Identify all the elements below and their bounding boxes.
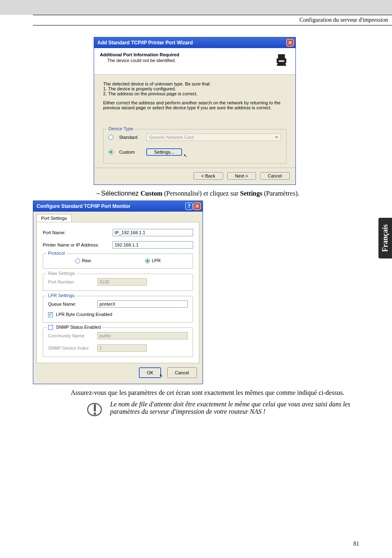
wizard-bullet-1: 1. The device is properly configured. (103, 86, 286, 91)
wizard-bullet-2: 2. The address on the previous page is c… (103, 91, 286, 96)
next-button[interactable]: Next > (227, 172, 256, 180)
chevron-down-icon (275, 136, 278, 138)
wizard-dialog: Add Standard TCP/IP Printer Port Wizard … (94, 37, 296, 185)
radio-standard-label: Standard (119, 135, 142, 140)
devicetype-legend: Device Type (107, 126, 135, 131)
raw-portnum-label: Port Number: (48, 279, 97, 284)
queue-label: Queue Name: (48, 302, 97, 307)
arrow-icon: →Sélectionnez (95, 190, 141, 197)
raw-portnum-input (97, 278, 147, 286)
tab-port-settings[interactable]: Port Settings (37, 214, 71, 222)
body-paragraph: Assurez-vous que les paramètres de cet é… (33, 389, 359, 397)
page-number: 81 (353, 541, 359, 547)
devicetype-value: Generic Network Card (149, 135, 194, 140)
port-monitor-dialog: Configure Standard TCP/IP Port Monitor ?… (33, 201, 203, 384)
wizard-body-intro: The detected device is of unknown type. … (103, 81, 286, 86)
cancel-button[interactable]: Cancel (167, 367, 197, 378)
queue-input[interactable] (97, 300, 188, 308)
wizard-body-tail: Either correct the address and perform a… (103, 100, 286, 110)
wizard-title: Add Standard TCP/IP Printer Port Wizard (97, 40, 193, 46)
snmp-legend: SNMP Status Enabled (46, 325, 102, 330)
printerip-input[interactable] (113, 241, 193, 249)
svg-rect-0 (279, 60, 284, 62)
close-icon[interactable]: ✕ (194, 203, 201, 210)
printer-icon (273, 52, 290, 69)
radio-custom[interactable] (108, 150, 113, 154)
svg-point-3 (94, 413, 96, 415)
lpr-legend: LPR Settings (46, 293, 76, 298)
wizard-subheading: The device could not be identified. (100, 58, 179, 63)
wizard-heading: Additional Port Information Required (100, 52, 179, 57)
help-icon[interactable]: ? (185, 203, 193, 210)
port-monitor-titlebar[interactable]: Configure Standard TCP/IP Port Monitor ?… (33, 201, 203, 212)
wizard-titlebar[interactable]: Add Standard TCP/IP Printer Port Wizard … (94, 37, 295, 48)
language-side-tab: Français (378, 218, 392, 258)
protocol-legend: Protocol (46, 251, 66, 256)
settings-button[interactable]: Settings... (146, 148, 182, 156)
cursor-icon: ↖ (159, 371, 163, 378)
svg-rect-2 (94, 404, 96, 412)
portname-input[interactable] (113, 229, 193, 236)
snmpidx-input (97, 344, 147, 352)
close-icon[interactable]: ✕ (286, 39, 294, 46)
back-button[interactable]: < Back (194, 172, 223, 180)
top-gray-bar (0, 0, 392, 15)
lpr-bytecount-label: LPR Byte Counting Enabled (56, 312, 112, 317)
cancel-button[interactable]: Cancel (260, 172, 290, 180)
radio-raw[interactable] (75, 258, 80, 263)
port-monitor-title: Configure Standard TCP/IP Port Monitor (37, 203, 130, 209)
printerip-label: Printer Name or IP Address: (43, 242, 113, 247)
radio-lpr-label: LPR (152, 258, 160, 263)
radio-raw-label: Raw (82, 258, 91, 263)
page-header: Configuration du serveur d'impression (33, 15, 392, 25)
radio-custom-label: Custom (119, 150, 142, 154)
attention-icon (86, 401, 103, 419)
lpr-bytecount-checkbox[interactable] (48, 312, 53, 317)
header-title: Configuration du serveur d'impression (300, 17, 388, 23)
snmp-checkbox[interactable] (48, 325, 53, 330)
cursor-icon: ↖ (184, 152, 187, 158)
raw-legend: Raw Settings (46, 271, 76, 276)
community-label: Community Name: (48, 333, 97, 338)
community-input (97, 332, 188, 339)
snmpidx-label: SNMP Device Index: (48, 346, 97, 350)
note-text: Le nom de file d'attente doit être exact… (110, 401, 359, 415)
radio-standard[interactable] (108, 135, 113, 140)
instruction-line-1: →Sélectionnez Custom (Personnalisé) et c… (95, 190, 359, 197)
ok-button[interactable]: OK (139, 367, 161, 378)
devicetype-dropdown: Generic Network Card (146, 134, 281, 141)
portname-label: Port Name: (43, 230, 113, 235)
radio-lpr[interactable] (145, 258, 150, 263)
